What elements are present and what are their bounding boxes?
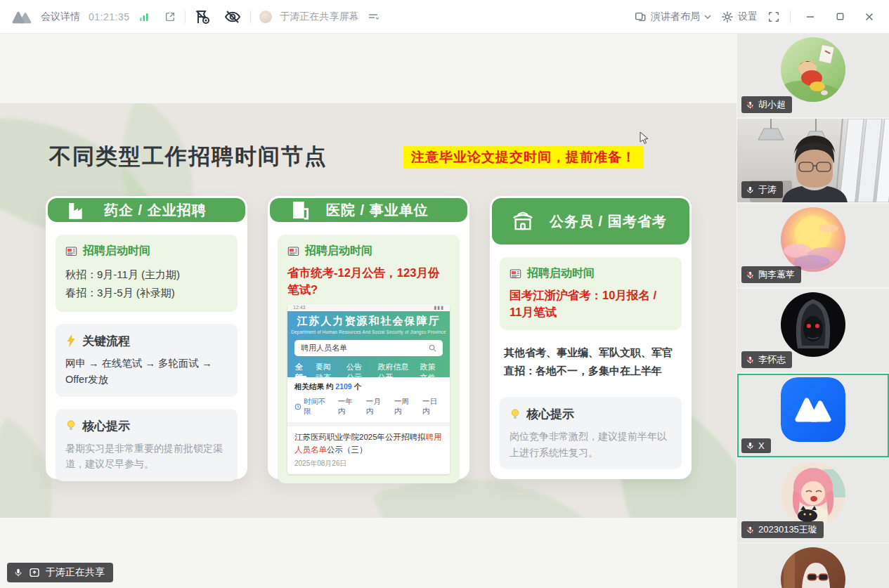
minimize-button[interactable] [800,7,820,27]
participant-name: 于涛 [758,183,777,196]
avatar [781,292,845,357]
section-title: 招聘启动时间 [527,266,595,281]
pop-out-icon[interactable] [164,11,176,23]
lightning-icon [65,334,77,347]
section-title: 核心提示 [526,406,574,422]
section-title: 关键流程 [82,333,130,349]
participant-tile[interactable]: 陶李蕙苹 [737,204,889,287]
toolbar: 会议详情 01:21:35 于涛正在共享屏幕 [0,0,889,34]
participant-name-badge: X [741,438,771,453]
toolbar-divider [250,11,251,23]
site-tab: 公告公示 [346,362,368,377]
time-option: 一周内 [394,397,415,417]
results-prefix: 相关结果 约 [294,382,335,391]
toolbar-divider [185,11,186,23]
mic-muted-icon [746,270,755,280]
participant-tile[interactable] [737,544,889,588]
gov-site-screenshot: 12:43 ▮▮▮ 江苏人力资源和社会保障厅 Department of Hum… [287,304,450,474]
participant-tile[interactable]: 李怀志 [737,289,889,372]
result-text: 江苏医药职业学院2025年公开招聘拟 [294,433,426,441]
section-title: 核心提示 [82,418,130,434]
mic-on-icon [746,185,755,195]
time-filter-label: 时间不限 [304,397,330,417]
participant-name-badge: 陶李蕙苹 [741,266,801,283]
government-building-icon [510,209,536,233]
participant-tile-active[interactable]: X [737,374,889,457]
site-results: 相关结果 约 2109 个 时间不限 [287,377,450,474]
presentation-slide: 不同类型工作招聘时间节点 注意毕业论文提交时间，提前准备！ 药企 / 企业招聘 [0,103,736,518]
tip-text: 暑期实习是非常重要的提前批锁定渠道，建议尽早参与。 [65,440,228,472]
tip-box: 核心提示 暑期实习是非常重要的提前批锁定渠道，建议尽早参与。 [56,409,238,481]
phone-status-bar: 12:43 ▮▮▮ [287,304,450,311]
maximize-button[interactable] [830,7,850,27]
avatar [781,547,845,588]
factory-icon [66,198,90,222]
avatar [781,462,845,527]
site-tab: 全部 [295,362,306,377]
sharer-avatar [259,11,272,23]
card-header: 医院 / 事业单位 [270,198,467,222]
start-time-box: 招聘启动时间 省市统考-12月公告，123月份笔试? 12:43 ▮▮▮ 江苏人… [278,235,460,483]
participant-tile-video[interactable]: 于涛 [737,119,889,202]
card-civil-service: 公务员 / 国考省考 招聘启动时间 国考江浙沪省考：10月报名 / 11月笔试 [490,196,692,479]
settings-button[interactable]: 设置 [721,11,758,23]
lightbulb-icon [510,408,521,421]
sharer-status-text: 于涛正在共享屏幕 [280,11,359,23]
network-signal-icon [138,11,150,22]
mic-on-icon [746,441,755,450]
layout-selector[interactable]: 演讲者布局 [634,11,711,23]
start-line: 春招：3月-5月 (补录期) [65,284,228,302]
fullscreen-icon[interactable] [767,11,780,23]
close-button[interactable] [859,7,879,27]
share-info-toggle-icon[interactable] [368,12,379,22]
participant-name-badge: 20230135王璇 [741,521,824,538]
process-text: 网申 → 在线笔试 → 多轮面试 → Offer发放 [65,355,228,388]
card-title: 药企 / 企业招聘 [104,201,207,220]
time-option: 一月内 [366,397,387,417]
annotation-off-icon[interactable] [194,8,211,25]
chevron-down-icon [704,14,711,20]
sharing-indicator-text: 于涛正在共享 [46,566,105,579]
site-tabs: 全部 要闻动态 公告公示 政府信息公开 政策文件 [287,360,450,377]
meeting-details-button[interactable]: 会议详情 [41,11,80,23]
participants-panel[interactable]: 胡小超 [737,34,889,588]
search-query: 聘用人员名单 [301,343,429,353]
site-tab: 政策文件 [420,362,442,377]
results-divider [287,422,450,426]
section-title: 招聘启动时间 [83,244,150,259]
participant-tile[interactable]: 20230135王璇 [737,459,889,542]
screen-share-icon [29,567,40,578]
participant-name-badge: 李怀志 [741,351,792,368]
process-box: 关键流程 网申 → 在线笔试 → 多轮面试 → Offer发放 [56,324,238,397]
participant-tile[interactable]: 胡小超 [737,34,889,117]
sharing-indicator-badge: 于涛正在共享 [7,563,113,582]
highlight-text: 国考江浙沪省考：10月报名 / 11月笔试 [510,287,672,321]
card-title: 公务员 / 国考省考 [550,212,667,231]
results-suffix: 个 [352,382,361,391]
result-text: 公示（三） [327,445,368,454]
slide-title: 不同类型工作招聘时间节点 [49,142,327,171]
settings-label: 设置 [738,11,758,23]
participant-name: 陶李蕙苹 [758,268,795,281]
search-icon [429,344,436,352]
participant-name: X [758,440,765,451]
other-exams-text: 其他省考、事业编、军队文职、军官直招：各地不一，多集中在上半年 [500,342,682,382]
status-time: 12:43 [293,305,306,310]
newspaper-icon [287,245,299,257]
tip-box: 核心提示 岗位竞争非常激烈，建议提前半年以上进行系统性复习。 [500,397,682,469]
newspaper-icon [510,268,521,280]
meeting-timer: 01:21:35 [89,11,130,22]
gear-icon [721,11,734,23]
layout-icon [634,11,647,23]
section-title: 招聘启动时间 [305,244,372,259]
results-count: 2109 [335,382,351,391]
avatar-meeting-logo [781,377,845,442]
lightbulb-icon [65,419,77,432]
status-icons: ▮▮▮ [434,305,444,311]
eye-off-icon[interactable] [223,8,242,25]
participant-name: 20230135王璇 [758,523,817,536]
app-logo-icon [11,10,32,24]
tip-text: 岗位竞争非常激烈，建议提前半年以上进行系统性复习。 [510,429,672,460]
card-header: 药企 / 企业招聘 [48,198,245,222]
card-hospital-institution: 医院 / 事业单位 招聘启动时间 省市统考-12月公告，123月份笔试? [268,196,469,479]
